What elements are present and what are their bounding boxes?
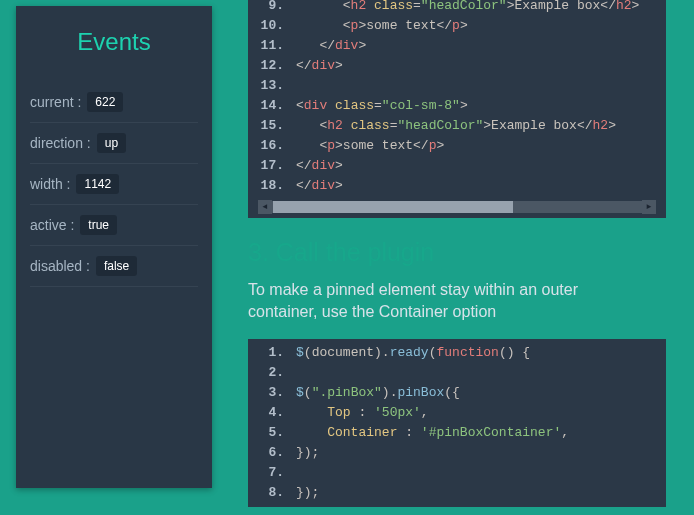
events-sidebar: Events current :622direction :upwidth :1… (16, 6, 212, 488)
sidebar-title: Events (30, 28, 198, 56)
stat-label: current : (30, 94, 81, 110)
stat-row: active :true (30, 205, 198, 246)
line-number: 17. (248, 156, 296, 176)
code-content (296, 363, 304, 383)
code-line: 13. (248, 76, 666, 96)
line-number: 13. (248, 76, 296, 96)
code-line: 15. <h2 class="headColor">Example box</h… (248, 116, 666, 136)
line-number: 2. (248, 363, 296, 383)
code-content: </div> (296, 156, 343, 176)
code-content: Container : '#pinBoxContainer', (296, 423, 569, 443)
code-line: 12.</div> (248, 56, 666, 76)
code-line: 10. <p>some text</p> (248, 16, 666, 36)
stat-label: disabled : (30, 258, 90, 274)
js-code-block: 1.$(document).ready(function() {2. 3.$("… (248, 339, 666, 507)
code-line: 16. <p>some text</p> (248, 136, 666, 156)
code-content: <p>some text</p> (296, 16, 468, 36)
stat-row: disabled :false (30, 246, 198, 287)
code-content: $(document).ready(function() { (296, 343, 530, 363)
stat-label: width : (30, 176, 70, 192)
line-number: 15. (248, 116, 296, 136)
scrollbar-thumb[interactable] (273, 201, 513, 213)
stat-value-badge: 1142 (76, 174, 119, 194)
line-number: 7. (248, 463, 296, 483)
code-content: <h2 class="headColor">Example box</h2> (296, 116, 616, 136)
line-number: 5. (248, 423, 296, 443)
line-number: 12. (248, 56, 296, 76)
line-number: 6. (248, 443, 296, 463)
code-content: </div> (296, 176, 343, 196)
line-number: 14. (248, 96, 296, 116)
line-number: 18. (248, 176, 296, 196)
code-line: 7. (248, 463, 666, 483)
code-content: }); (296, 483, 319, 503)
code-line: 9. <h2 class="headColor">Example box</h2… (248, 0, 666, 16)
line-number: 1. (248, 343, 296, 363)
code-content: }); (296, 443, 319, 463)
code-content: Top : '50px', (296, 403, 429, 423)
stat-row: direction :up (30, 123, 198, 164)
stat-value-badge: false (96, 256, 137, 276)
line-number: 9. (248, 0, 296, 16)
scroll-left-arrow-icon[interactable]: ◄ (258, 200, 272, 214)
line-number: 11. (248, 36, 296, 56)
code-line: 17.</div> (248, 156, 666, 176)
code-content: <div class="col-sm-8"> (296, 96, 468, 116)
stat-label: direction : (30, 135, 91, 151)
code-line: 18.</div> (248, 176, 666, 196)
code-line: 4. Top : '50px', (248, 403, 666, 423)
code-line: 11. </div> (248, 36, 666, 56)
html-code-block: 9. <h2 class="headColor">Example box</h2… (248, 0, 666, 218)
stat-row: current :622 (30, 82, 198, 123)
stat-value-badge: up (97, 133, 126, 153)
code-content: <p>some text</p> (296, 136, 444, 156)
code-line: 8.}); (248, 483, 666, 503)
line-number: 8. (248, 483, 296, 503)
code-line: 3.$(".pinBox").pinBox({ (248, 383, 666, 403)
line-number: 4. (248, 403, 296, 423)
code-line: 14.<div class="col-sm-8"> (248, 96, 666, 116)
section-heading: 3. Call the plugin (248, 238, 694, 267)
line-number: 10. (248, 16, 296, 36)
line-number: 3. (248, 383, 296, 403)
horizontal-scrollbar[interactable]: ◄ ► (258, 200, 656, 214)
code-content: </div> (296, 36, 366, 56)
code-content (296, 463, 304, 483)
code-line: 6.}); (248, 443, 666, 463)
code-content: </div> (296, 56, 343, 76)
section-description: To make a pinned element stay within an … (248, 279, 648, 323)
stat-label: active : (30, 217, 74, 233)
stat-value-badge: true (80, 215, 117, 235)
main-content: 9. <h2 class="headColor">Example box</h2… (248, 0, 694, 507)
code-content: <h2 class="headColor">Example box</h2> (296, 0, 639, 16)
code-line: 1.$(document).ready(function() { (248, 343, 666, 363)
code-line: 5. Container : '#pinBoxContainer', (248, 423, 666, 443)
stat-value-badge: 622 (87, 92, 123, 112)
code-line: 2. (248, 363, 666, 383)
line-number: 16. (248, 136, 296, 156)
code-content (296, 76, 304, 96)
scroll-right-arrow-icon[interactable]: ► (642, 200, 656, 214)
code-content: $(".pinBox").pinBox({ (296, 383, 460, 403)
stat-row: width :1142 (30, 164, 198, 205)
